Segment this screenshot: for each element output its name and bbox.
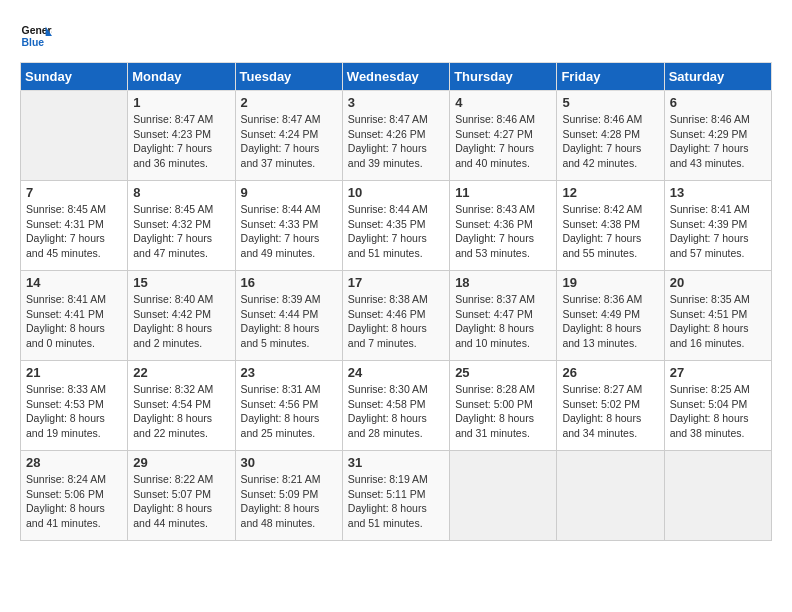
day-info: Sunrise: 8:32 AMSunset: 4:54 PMDaylight:…	[133, 382, 229, 441]
calendar-cell	[664, 451, 771, 541]
day-number: 27	[670, 365, 766, 380]
day-number: 8	[133, 185, 229, 200]
calendar-cell: 14Sunrise: 8:41 AMSunset: 4:41 PMDayligh…	[21, 271, 128, 361]
day-info: Sunrise: 8:42 AMSunset: 4:38 PMDaylight:…	[562, 202, 658, 261]
header: General Blue	[20, 20, 772, 52]
calendar-cell: 12Sunrise: 8:42 AMSunset: 4:38 PMDayligh…	[557, 181, 664, 271]
day-info: Sunrise: 8:21 AMSunset: 5:09 PMDaylight:…	[241, 472, 337, 531]
day-number: 9	[241, 185, 337, 200]
day-info: Sunrise: 8:19 AMSunset: 5:11 PMDaylight:…	[348, 472, 444, 531]
logo-icon: General Blue	[20, 20, 52, 52]
calendar-cell	[450, 451, 557, 541]
calendar-cell	[21, 91, 128, 181]
calendar-week-3: 14Sunrise: 8:41 AMSunset: 4:41 PMDayligh…	[21, 271, 772, 361]
day-number: 16	[241, 275, 337, 290]
calendar-cell: 3Sunrise: 8:47 AMSunset: 4:26 PMDaylight…	[342, 91, 449, 181]
day-number: 30	[241, 455, 337, 470]
header-thursday: Thursday	[450, 63, 557, 91]
day-info: Sunrise: 8:43 AMSunset: 4:36 PMDaylight:…	[455, 202, 551, 261]
calendar-cell: 4Sunrise: 8:46 AMSunset: 4:27 PMDaylight…	[450, 91, 557, 181]
header-friday: Friday	[557, 63, 664, 91]
day-number: 6	[670, 95, 766, 110]
logo: General Blue	[20, 20, 56, 52]
day-number: 15	[133, 275, 229, 290]
calendar-cell: 5Sunrise: 8:46 AMSunset: 4:28 PMDaylight…	[557, 91, 664, 181]
day-number: 7	[26, 185, 122, 200]
day-number: 2	[241, 95, 337, 110]
calendar-cell: 17Sunrise: 8:38 AMSunset: 4:46 PMDayligh…	[342, 271, 449, 361]
svg-text:Blue: Blue	[22, 37, 45, 48]
calendar-week-2: 7Sunrise: 8:45 AMSunset: 4:31 PMDaylight…	[21, 181, 772, 271]
calendar-cell: 10Sunrise: 8:44 AMSunset: 4:35 PMDayligh…	[342, 181, 449, 271]
day-info: Sunrise: 8:25 AMSunset: 5:04 PMDaylight:…	[670, 382, 766, 441]
calendar-cell: 29Sunrise: 8:22 AMSunset: 5:07 PMDayligh…	[128, 451, 235, 541]
calendar-week-4: 21Sunrise: 8:33 AMSunset: 4:53 PMDayligh…	[21, 361, 772, 451]
calendar-cell: 30Sunrise: 8:21 AMSunset: 5:09 PMDayligh…	[235, 451, 342, 541]
day-info: Sunrise: 8:46 AMSunset: 4:29 PMDaylight:…	[670, 112, 766, 171]
day-number: 11	[455, 185, 551, 200]
day-number: 25	[455, 365, 551, 380]
day-number: 26	[562, 365, 658, 380]
calendar-cell: 6Sunrise: 8:46 AMSunset: 4:29 PMDaylight…	[664, 91, 771, 181]
header-monday: Monday	[128, 63, 235, 91]
day-info: Sunrise: 8:39 AMSunset: 4:44 PMDaylight:…	[241, 292, 337, 351]
calendar-cell: 27Sunrise: 8:25 AMSunset: 5:04 PMDayligh…	[664, 361, 771, 451]
day-info: Sunrise: 8:46 AMSunset: 4:28 PMDaylight:…	[562, 112, 658, 171]
day-number: 28	[26, 455, 122, 470]
calendar-cell: 11Sunrise: 8:43 AMSunset: 4:36 PMDayligh…	[450, 181, 557, 271]
day-info: Sunrise: 8:28 AMSunset: 5:00 PMDaylight:…	[455, 382, 551, 441]
calendar-cell: 16Sunrise: 8:39 AMSunset: 4:44 PMDayligh…	[235, 271, 342, 361]
day-number: 13	[670, 185, 766, 200]
header-wednesday: Wednesday	[342, 63, 449, 91]
header-saturday: Saturday	[664, 63, 771, 91]
calendar-week-5: 28Sunrise: 8:24 AMSunset: 5:06 PMDayligh…	[21, 451, 772, 541]
day-info: Sunrise: 8:45 AMSunset: 4:32 PMDaylight:…	[133, 202, 229, 261]
day-number: 22	[133, 365, 229, 380]
header-tuesday: Tuesday	[235, 63, 342, 91]
day-number: 3	[348, 95, 444, 110]
day-info: Sunrise: 8:35 AMSunset: 4:51 PMDaylight:…	[670, 292, 766, 351]
calendar-cell: 15Sunrise: 8:40 AMSunset: 4:42 PMDayligh…	[128, 271, 235, 361]
day-info: Sunrise: 8:47 AMSunset: 4:24 PMDaylight:…	[241, 112, 337, 171]
day-info: Sunrise: 8:44 AMSunset: 4:33 PMDaylight:…	[241, 202, 337, 261]
calendar-week-1: 1Sunrise: 8:47 AMSunset: 4:23 PMDaylight…	[21, 91, 772, 181]
day-info: Sunrise: 8:41 AMSunset: 4:39 PMDaylight:…	[670, 202, 766, 261]
calendar-header-row: SundayMondayTuesdayWednesdayThursdayFrid…	[21, 63, 772, 91]
calendar-cell	[557, 451, 664, 541]
calendar-cell: 23Sunrise: 8:31 AMSunset: 4:56 PMDayligh…	[235, 361, 342, 451]
day-info: Sunrise: 8:44 AMSunset: 4:35 PMDaylight:…	[348, 202, 444, 261]
day-number: 5	[562, 95, 658, 110]
day-info: Sunrise: 8:45 AMSunset: 4:31 PMDaylight:…	[26, 202, 122, 261]
calendar-cell: 8Sunrise: 8:45 AMSunset: 4:32 PMDaylight…	[128, 181, 235, 271]
day-number: 31	[348, 455, 444, 470]
day-info: Sunrise: 8:27 AMSunset: 5:02 PMDaylight:…	[562, 382, 658, 441]
day-number: 18	[455, 275, 551, 290]
day-number: 10	[348, 185, 444, 200]
day-info: Sunrise: 8:47 AMSunset: 4:26 PMDaylight:…	[348, 112, 444, 171]
calendar-cell: 24Sunrise: 8:30 AMSunset: 4:58 PMDayligh…	[342, 361, 449, 451]
day-info: Sunrise: 8:38 AMSunset: 4:46 PMDaylight:…	[348, 292, 444, 351]
calendar-cell: 21Sunrise: 8:33 AMSunset: 4:53 PMDayligh…	[21, 361, 128, 451]
day-number: 21	[26, 365, 122, 380]
calendar-cell: 13Sunrise: 8:41 AMSunset: 4:39 PMDayligh…	[664, 181, 771, 271]
day-number: 4	[455, 95, 551, 110]
calendar-cell: 28Sunrise: 8:24 AMSunset: 5:06 PMDayligh…	[21, 451, 128, 541]
day-info: Sunrise: 8:31 AMSunset: 4:56 PMDaylight:…	[241, 382, 337, 441]
calendar-cell: 31Sunrise: 8:19 AMSunset: 5:11 PMDayligh…	[342, 451, 449, 541]
day-number: 20	[670, 275, 766, 290]
day-info: Sunrise: 8:30 AMSunset: 4:58 PMDaylight:…	[348, 382, 444, 441]
day-info: Sunrise: 8:37 AMSunset: 4:47 PMDaylight:…	[455, 292, 551, 351]
day-number: 1	[133, 95, 229, 110]
calendar-cell: 20Sunrise: 8:35 AMSunset: 4:51 PMDayligh…	[664, 271, 771, 361]
calendar-cell: 2Sunrise: 8:47 AMSunset: 4:24 PMDaylight…	[235, 91, 342, 181]
day-number: 24	[348, 365, 444, 380]
day-info: Sunrise: 8:33 AMSunset: 4:53 PMDaylight:…	[26, 382, 122, 441]
calendar-cell: 7Sunrise: 8:45 AMSunset: 4:31 PMDaylight…	[21, 181, 128, 271]
calendar-cell: 19Sunrise: 8:36 AMSunset: 4:49 PMDayligh…	[557, 271, 664, 361]
header-sunday: Sunday	[21, 63, 128, 91]
day-number: 17	[348, 275, 444, 290]
calendar-cell: 18Sunrise: 8:37 AMSunset: 4:47 PMDayligh…	[450, 271, 557, 361]
calendar-cell: 26Sunrise: 8:27 AMSunset: 5:02 PMDayligh…	[557, 361, 664, 451]
day-number: 29	[133, 455, 229, 470]
day-info: Sunrise: 8:41 AMSunset: 4:41 PMDaylight:…	[26, 292, 122, 351]
